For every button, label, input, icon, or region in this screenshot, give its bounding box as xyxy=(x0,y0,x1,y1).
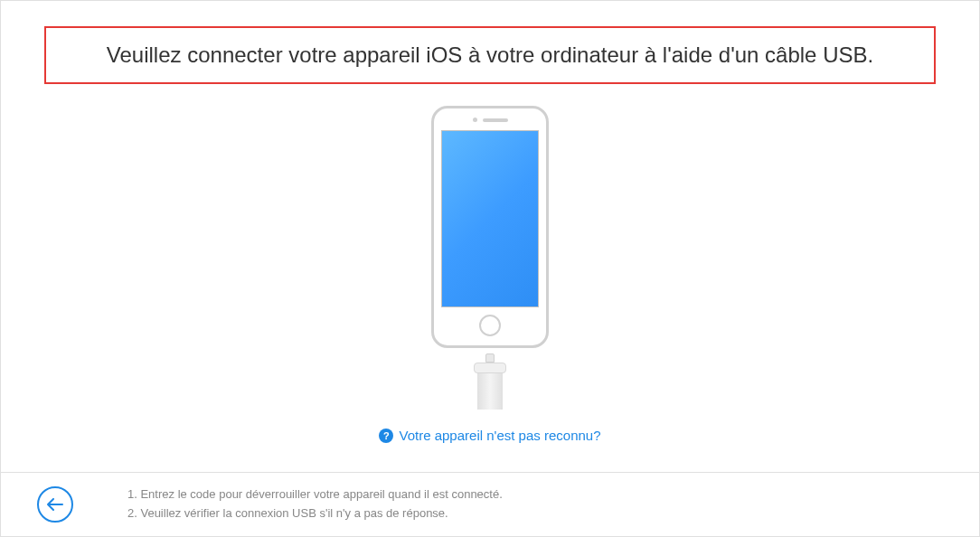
footer-bar: 1. Entrez le code pour déverrouiller vot… xyxy=(1,472,979,536)
main-area: Veuillez connecter votre appareil iOS à … xyxy=(1,1,979,472)
tip-line-2: 2. Veuillez vérifier la connexion USB s'… xyxy=(127,504,503,523)
phone-icon xyxy=(431,106,549,348)
phone-camera-icon xyxy=(473,118,477,122)
question-mark-icon: ? xyxy=(379,429,393,443)
arrow-left-icon xyxy=(47,498,63,511)
back-button[interactable] xyxy=(37,486,73,523)
instruction-title: Veuillez connecter votre appareil iOS à … xyxy=(73,42,907,68)
usb-cable-icon xyxy=(474,353,506,410)
phone-illustration xyxy=(431,106,549,410)
cable-wire-icon xyxy=(477,373,503,410)
tips-text: 1. Entrez le code pour déverrouiller vot… xyxy=(127,485,503,523)
main-container: Veuillez connecter votre appareil iOS à … xyxy=(0,0,980,537)
phone-screen-icon xyxy=(441,130,539,307)
help-link-text: Votre appareil n'est pas reconnu? xyxy=(399,428,600,443)
tip-line-1: 1. Entrez le code pour déverrouiller vot… xyxy=(127,485,503,504)
phone-top-bar xyxy=(473,118,508,123)
lightning-connector-icon xyxy=(474,353,506,373)
phone-speaker-icon xyxy=(483,118,508,122)
instruction-title-box: Veuillez connecter votre appareil iOS à … xyxy=(44,26,936,84)
help-link[interactable]: ? Votre appareil n'est pas reconnu? xyxy=(379,428,600,443)
phone-home-button-icon xyxy=(479,315,501,336)
